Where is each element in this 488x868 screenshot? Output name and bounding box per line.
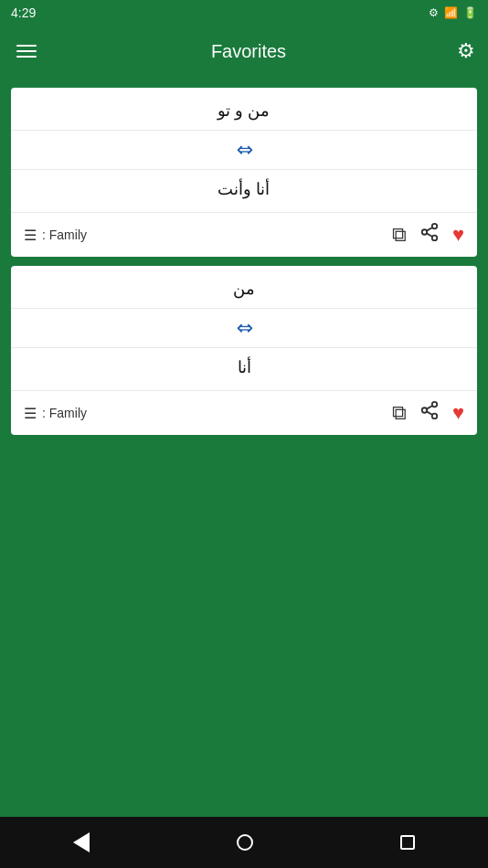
swap-icon-2[interactable]: ⇕ — [232, 320, 256, 336]
card-1-category-label: : Family — [42, 228, 87, 242]
home-button[interactable] — [229, 827, 260, 858]
status-time: 4:29 — [11, 5, 36, 20]
card-2-text-bottom: أنا — [11, 348, 477, 391]
list-icon-2: ☰ — [24, 405, 37, 422]
svg-line-9 — [427, 406, 432, 409]
copy-button-1[interactable]: ⧉ — [392, 223, 407, 247]
card-2-footer: ☰ : Family ⧉ ♥ — [11, 391, 477, 435]
svg-line-3 — [427, 233, 432, 237]
svg-line-8 — [427, 411, 432, 415]
card-2-category-label: : Family — [42, 406, 87, 420]
copy-button-2[interactable]: ⧉ — [392, 401, 407, 425]
menu-button[interactable] — [13, 41, 40, 61]
list-icon-1: ☰ — [24, 227, 37, 244]
status-icons: ⚙ 📶 🔋 — [429, 6, 477, 19]
card-2-category[interactable]: ☰ : Family — [24, 405, 87, 422]
status-bar: 4:29 ⚙ 📶 🔋 — [0, 0, 488, 26]
card-2-text-top: من — [11, 266, 477, 309]
share-button-1[interactable] — [419, 222, 440, 248]
back-button[interactable] — [66, 825, 97, 860]
app-header: Favorites ⚙ — [0, 26, 488, 77]
favorite-button-1[interactable]: ♥ — [452, 223, 464, 247]
content-area: من و تو ⇕ أنا وأنت ☰ : Family ⧉ — [0, 77, 488, 817]
card-1-text-bottom: أنا وأنت — [11, 170, 477, 213]
card-2-swap[interactable]: ⇕ — [11, 309, 477, 348]
card-1-swap[interactable]: ⇕ — [11, 131, 477, 170]
favorite-button-2[interactable]: ♥ — [452, 401, 464, 425]
settings-status-icon: ⚙ — [429, 6, 439, 19]
bottom-navigation — [0, 817, 488, 868]
signal-icon: 📶 — [444, 6, 458, 19]
card-1-text-top: من و تو — [11, 88, 477, 131]
card-1-actions: ⧉ ♥ — [392, 222, 464, 248]
favorite-card-2: من ⇕ أنا ☰ : Family ⧉ — [11, 266, 477, 435]
share-button-2[interactable] — [419, 400, 440, 426]
svg-line-4 — [427, 228, 432, 231]
card-2-actions: ⧉ ♥ — [392, 400, 464, 426]
settings-button[interactable]: ⚙ — [457, 39, 475, 63]
battery-icon: 🔋 — [463, 6, 477, 19]
card-1-category[interactable]: ☰ : Family — [24, 227, 87, 244]
favorite-card-1: من و تو ⇕ أنا وأنت ☰ : Family ⧉ — [11, 88, 477, 257]
card-1-footer: ☰ : Family ⧉ ♥ — [11, 213, 477, 257]
swap-icon-1[interactable]: ⇕ — [232, 142, 256, 158]
page-title: Favorites — [40, 41, 457, 62]
recents-button[interactable] — [393, 828, 422, 857]
